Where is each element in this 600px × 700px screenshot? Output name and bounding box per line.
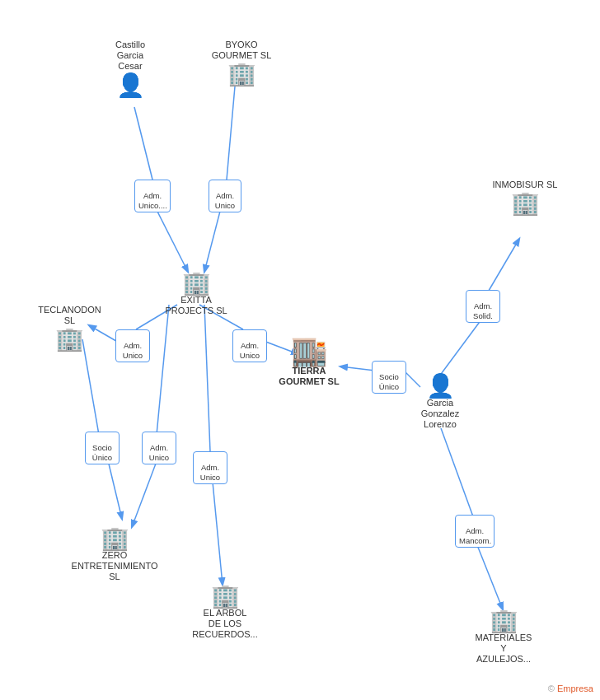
badge-adm-unico-castillo[interactable]: Adm. Unico.... bbox=[134, 180, 171, 212]
byoko-label: BYOKO GOURMET SL bbox=[212, 40, 272, 61]
svg-line-12 bbox=[82, 339, 99, 435]
node-inmobisur: INMOBISUR SL 🏢 bbox=[488, 180, 562, 215]
svg-line-13 bbox=[107, 457, 122, 519]
svg-line-11 bbox=[486, 239, 519, 295]
svg-line-9 bbox=[340, 366, 375, 371]
badge-socio-unico-tierra[interactable]: Socio Único bbox=[372, 361, 406, 394]
badge-adm-mancom[interactable]: Adm. Mancom. bbox=[455, 515, 495, 548]
watermark: © Empresa bbox=[548, 684, 593, 693]
tierra-label: TIERRAGOURMET SL bbox=[279, 366, 339, 387]
node-materiales: 🏢 MATERIALESYAZULEJOS... bbox=[466, 609, 541, 667]
badge-adm-unico-exitta1[interactable]: Adm. Unico bbox=[115, 329, 150, 362]
node-castillo: Castillo Garcia Cesar 👤 bbox=[97, 40, 163, 97]
garcia-label: GarciaGonzalezLorenzo bbox=[421, 398, 459, 431]
badge-adm-unico-zero[interactable]: Adm. Unico bbox=[142, 432, 176, 464]
node-teclanodon: TECLANODON SL 🏢 bbox=[35, 305, 105, 351]
badge-adm-unico-exitta2[interactable]: Adm. Unico bbox=[232, 329, 267, 362]
byoko-building-icon: 🏢 bbox=[227, 63, 256, 86]
node-zero: 🏢 ZEROENTRETENIMIENTOSL bbox=[77, 527, 152, 585]
materiales-label: MATERIALESYAZULEJOS... bbox=[476, 632, 532, 665]
node-exitta: 🏢 EXITTAPROJECTS SL bbox=[163, 272, 229, 318]
zero-label: ZEROENTRETENIMIENTOSL bbox=[72, 550, 158, 583]
teclanodon-label: TECLANODON SL bbox=[35, 305, 105, 326]
materiales-building-icon: 🏢 bbox=[490, 609, 518, 632]
elarbol-label: EL ARBOLDE LOSRECUERDOS... bbox=[192, 608, 257, 641]
castillo-label: Castillo Garcia Cesar bbox=[115, 40, 145, 72]
svg-line-16 bbox=[204, 305, 210, 451]
tierra-building-icon: 🏬 bbox=[291, 336, 328, 366]
svg-line-0 bbox=[134, 107, 152, 180]
svg-line-2 bbox=[227, 86, 235, 180]
badge-adm-unico-elarbol[interactable]: Adm. Unico bbox=[193, 451, 227, 484]
garcia-person-icon: 👤 bbox=[426, 375, 455, 398]
zero-building-icon: 🏢 bbox=[101, 527, 129, 550]
inmobisur-label: INMOBISUR SL bbox=[493, 180, 558, 190]
node-garcia: 👤 GarciaGonzalezLorenzo bbox=[407, 375, 473, 432]
svg-line-17 bbox=[212, 474, 223, 585]
node-byoko: BYOKO GOURMET SL 🏢 bbox=[209, 40, 274, 86]
svg-line-15 bbox=[132, 457, 158, 527]
badge-adm-unico-byoko[interactable]: Adm. Unico bbox=[209, 180, 241, 212]
node-tierra: 🏬 TIERRAGOURMET SL bbox=[276, 336, 342, 389]
svg-line-14 bbox=[157, 305, 169, 435]
inmobisur-building-icon: 🏢 bbox=[511, 192, 540, 215]
node-elarbol: 🏢 EL ARBOLDE LOSRECUERDOS... bbox=[188, 585, 262, 642]
elarbol-building-icon: 🏢 bbox=[211, 585, 240, 608]
badge-socio-unico-zero[interactable]: Socio Único bbox=[85, 432, 120, 464]
castillo-person-icon: 👤 bbox=[116, 74, 145, 97]
badge-adm-solid[interactable]: Adm. Solid. bbox=[466, 290, 500, 323]
svg-line-18 bbox=[441, 428, 474, 519]
exitta-building-icon: 🏢 bbox=[182, 272, 211, 295]
svg-line-19 bbox=[476, 541, 503, 609]
teclanodon-building-icon: 🏢 bbox=[55, 328, 84, 351]
exitta-label: EXITTAPROJECTS SL bbox=[165, 295, 227, 316]
